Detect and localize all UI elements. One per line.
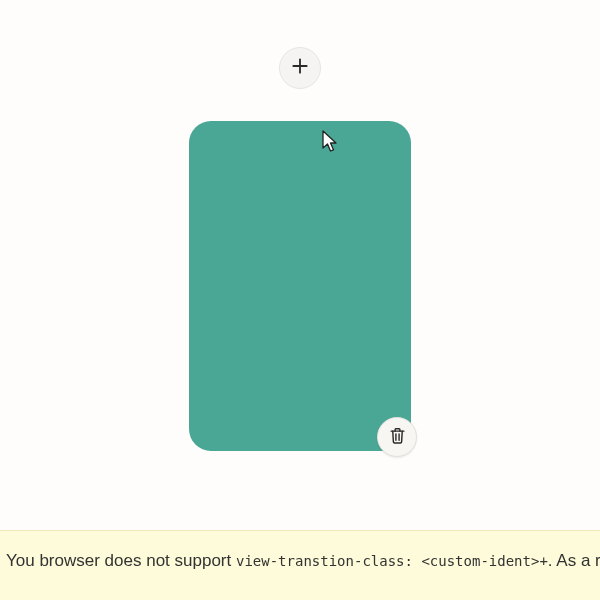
warning-text-prefix: You browser does not support (6, 551, 236, 570)
add-button[interactable] (279, 47, 321, 89)
trash-icon (388, 426, 407, 449)
card[interactable] (189, 121, 411, 451)
plus-icon (290, 56, 310, 80)
warning-code: view-transtion-class: <custom-ident>+ (236, 553, 548, 569)
warning-banner: You browser does not support view-transt… (0, 530, 600, 600)
canvas-area (0, 0, 600, 530)
warning-text-suffix: . As a result, the (548, 551, 600, 570)
delete-button[interactable] (377, 417, 417, 457)
